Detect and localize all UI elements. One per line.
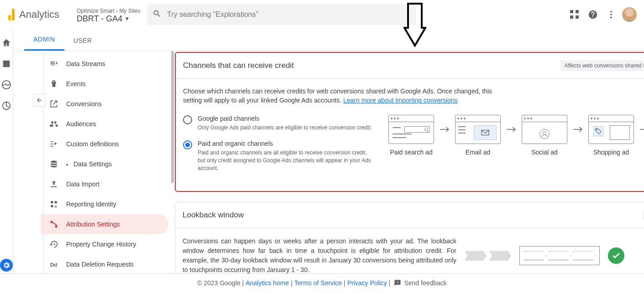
reports-icon[interactable] <box>1 58 12 69</box>
tab-row: ADMIN USER <box>13 29 644 51</box>
nav-reporting-identity[interactable]: Reporting Identity <box>41 194 168 214</box>
footer-link-privacy[interactable]: Privacy Policy <box>347 279 387 287</box>
deletion-icon: Dd <box>49 259 59 269</box>
scrollbar-thumb[interactable] <box>171 51 174 183</box>
nav-conversions[interactable]: Conversions <box>41 94 168 114</box>
svg-point-0 <box>610 11 612 13</box>
apps-icon[interactable] <box>565 5 584 24</box>
property-nav: Data Streams Events Conversions Audience… <box>41 51 173 273</box>
arrow-icon <box>639 115 644 144</box>
arrow-icon <box>440 115 450 144</box>
card-channels-credit: Channels that can receive credit Affects… <box>175 52 644 192</box>
email-illustration <box>455 115 501 144</box>
ghost-touchpoints <box>465 251 511 261</box>
send-feedback-button[interactable]: Send feedback <box>394 279 446 287</box>
search-bar[interactable] <box>147 4 416 25</box>
nav-audiences[interactable]: Audiences <box>41 114 168 134</box>
home-icon[interactable] <box>1 37 12 48</box>
nav-custom-definitions[interactable]: Custom definitions <box>41 134 168 154</box>
history-icon <box>49 239 59 249</box>
svg-point-2 <box>610 17 612 19</box>
footer-link-home[interactable]: Analytics home <box>246 279 289 287</box>
custom-def-icon <box>49 139 59 149</box>
card-title: Channels that can receive credit <box>183 61 294 70</box>
caret-down-icon: ▼ <box>124 15 130 22</box>
events-icon <box>49 79 59 89</box>
content-area: Channels that can receive credit Affects… <box>173 51 644 273</box>
search-input[interactable] <box>167 10 411 19</box>
nav-events[interactable]: Events <box>41 74 168 94</box>
search-icon <box>152 9 162 20</box>
shopping-illustration <box>588 115 634 144</box>
card-lookback-window: Lookback window Affects all data Convers… <box>175 202 644 273</box>
svg-point-1 <box>610 14 612 15</box>
svg-text:Dd: Dd <box>50 262 58 267</box>
scope-badge: Affects web conversions shared with Goog… <box>560 60 644 71</box>
nav-attribution-settings[interactable]: Attribution Settings <box>41 214 168 234</box>
card-title: Lookback window <box>183 211 244 220</box>
data-settings-icon <box>49 159 59 169</box>
reporting-identity-icon <box>49 199 59 209</box>
nav-data-settings[interactable]: ▸ Data Settings <box>41 154 168 174</box>
nav-data-streams[interactable]: Data Streams <box>41 54 168 74</box>
conversions-icon <box>49 99 59 109</box>
more-menu-icon[interactable] <box>602 5 620 24</box>
footer-link-tos[interactable]: Terms of Service <box>294 279 342 287</box>
radio-google-paid[interactable]: Google paid channels Only Google Ads pai… <box>183 115 375 132</box>
touchpoint-diagram: Paid search ad Email ad <box>388 115 644 180</box>
caret-right-icon: ▸ <box>66 162 71 167</box>
nav-property-change-history[interactable]: Property Change History <box>41 234 168 254</box>
collapse-nav-button[interactable] <box>33 94 46 107</box>
nav-data-import[interactable]: Data Import <box>41 174 168 194</box>
app-header: Analytics Optimize Smart › My Sites DBRT… <box>0 0 644 29</box>
analytics-logo-icon <box>4 9 19 21</box>
property-picker[interactable]: Optimize Smart › My Sites DBRT - GA4 ▼ <box>73 6 141 24</box>
paid-search-illustration <box>388 115 434 144</box>
svg-point-5 <box>597 129 597 130</box>
help-icon[interactable] <box>584 5 602 24</box>
advertising-icon[interactable] <box>1 100 12 111</box>
admin-gear-icon[interactable] <box>0 259 13 272</box>
explore-icon[interactable] <box>1 79 12 90</box>
property-name: DBRT - GA4 <box>77 14 122 24</box>
data-streams-icon <box>49 59 59 69</box>
avatar[interactable] <box>620 5 639 24</box>
radio-icon <box>183 140 192 149</box>
learn-more-link[interactable]: Learn more about importing conversions <box>343 97 458 104</box>
lookback-frame <box>519 246 600 265</box>
copyright: © 2023 Google <box>197 279 240 287</box>
radio-icon <box>183 115 192 124</box>
conversion-check-icon <box>608 247 624 264</box>
annotation-arrow <box>403 3 426 47</box>
radio-paid-organic[interactable]: Paid and organic channels Paid and organ… <box>183 140 375 172</box>
product-name: Analytics <box>19 9 59 21</box>
data-import-icon <box>49 179 59 189</box>
logo-area: Analytics <box>4 9 73 21</box>
svg-rect-4 <box>482 130 489 135</box>
nav-rail <box>0 29 13 273</box>
tab-admin[interactable]: ADMIN <box>24 29 64 51</box>
arrow-icon <box>506 115 516 144</box>
card-description: Conversions can happen days or weeks aft… <box>183 236 456 273</box>
footer: © 2023 Google | Analytics home | Terms o… <box>0 273 644 292</box>
social-illustration <box>522 115 567 144</box>
breadcrumb: Optimize Smart › My Sites <box>77 8 141 14</box>
attribution-icon <box>49 219 59 229</box>
arrow-icon <box>573 115 583 144</box>
tab-user[interactable]: USER <box>64 31 101 51</box>
nav-data-deletion[interactable]: Dd Data Deletion Requests <box>41 254 168 273</box>
card-description: Choose which channels can receive credit… <box>183 87 503 105</box>
audiences-icon <box>49 119 59 129</box>
